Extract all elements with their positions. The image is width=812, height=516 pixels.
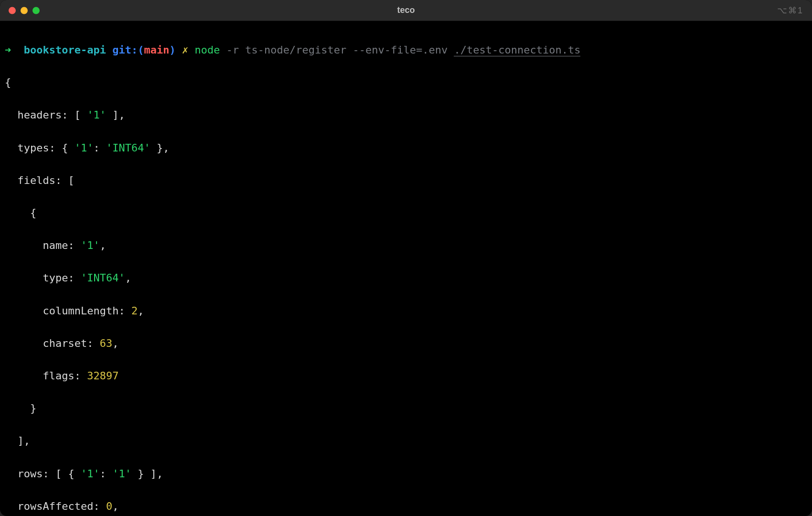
prompt-dir: bookstore-api xyxy=(24,44,106,56)
output-line: } xyxy=(5,400,807,417)
prompt-line-1: ➜ bookstore-api git:(main) ✗ node -r ts-… xyxy=(5,42,807,58)
cmd-args: -r ts-node/register --env-file=.env xyxy=(220,44,454,56)
traffic-lights xyxy=(9,7,40,14)
output-line: ], xyxy=(5,433,807,449)
output-line: types: { '1': 'INT64' }, xyxy=(5,140,807,156)
output-line: charset: 63, xyxy=(5,335,807,352)
output-line: { xyxy=(5,75,807,91)
terminal-window: teco ⌥⌘1 ➜ bookstore-api git:(main) ✗ no… xyxy=(0,0,812,516)
git-close: ) xyxy=(169,44,175,56)
output-line: name: '1', xyxy=(5,237,807,254)
output-line: fields: [ xyxy=(5,172,807,189)
window-shortcut-hint: ⌥⌘1 xyxy=(777,5,803,16)
minimize-icon[interactable] xyxy=(21,7,28,14)
terminal-body[interactable]: ➜ bookstore-api git:(main) ✗ node -r ts-… xyxy=(0,21,812,516)
prompt-arrow: ➜ xyxy=(5,44,11,56)
git-dirty-icon: ✗ xyxy=(182,44,188,56)
output-line: { xyxy=(5,205,807,221)
titlebar: teco ⌥⌘1 xyxy=(0,0,812,21)
output-line: type: 'INT64', xyxy=(5,270,807,286)
output-line: rows: [ { '1': '1' } ], xyxy=(5,466,807,482)
maximize-icon[interactable] xyxy=(32,7,40,14)
output-line: headers: [ '1' ], xyxy=(5,107,807,123)
window-title: teco xyxy=(397,5,415,15)
output-line: flags: 32897 xyxy=(5,368,807,384)
cmd-bin: node xyxy=(194,44,220,56)
cmd-file: ./test-connection.ts xyxy=(454,44,580,56)
git-open: git:( xyxy=(112,44,144,56)
output-line: rowsAffected: 0, xyxy=(5,498,807,515)
close-icon[interactable] xyxy=(9,7,16,14)
git-branch: main xyxy=(144,44,169,56)
output-line: columnLength: 2, xyxy=(5,303,807,319)
